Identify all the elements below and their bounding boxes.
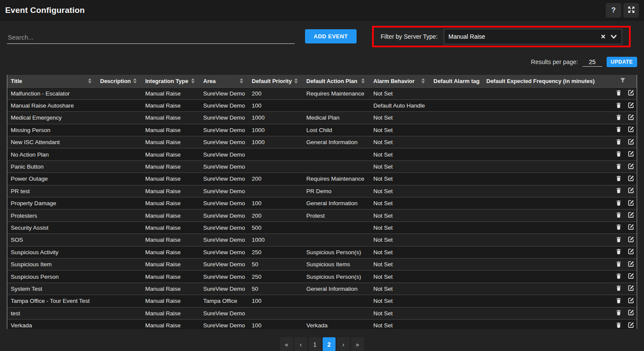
table-row[interactable]: Missing Person Manual Raise SureView Dem… <box>7 124 637 136</box>
pagination-prev-button[interactable]: ‹ <box>294 337 307 351</box>
table-row[interactable]: Power Outage Manual Raise SureView Demo … <box>7 173 637 185</box>
delete-trash-icon[interactable] <box>616 273 622 280</box>
table-row[interactable]: Protesters Manual Raise SureView Demo 20… <box>7 209 637 222</box>
sort-icon[interactable] <box>191 78 195 83</box>
table-row[interactable]: No Action Plan Manual Raise SureView Dem… <box>7 148 637 160</box>
cell-actions <box>608 234 637 246</box>
delete-trash-icon[interactable] <box>616 126 622 134</box>
column-header-filter[interactable] <box>608 75 637 87</box>
edit-pencil-icon[interactable] <box>628 139 634 146</box>
edit-pencil-icon[interactable] <box>628 273 634 280</box>
edit-pencil-icon[interactable] <box>628 261 634 268</box>
cell-default-alarm-tag <box>430 160 483 172</box>
edit-pencil-icon[interactable] <box>628 102 634 110</box>
table-row[interactable]: Suspicious Person Manual Raise SureView … <box>7 271 637 283</box>
chevron-down-icon[interactable] <box>610 34 617 40</box>
table-row[interactable]: SOS Manual Raise SureView Demo 1000 Not … <box>7 234 637 246</box>
edit-pencil-icon[interactable] <box>628 163 634 171</box>
column-header-area[interactable]: Area <box>200 75 248 87</box>
delete-trash-icon[interactable] <box>616 212 622 219</box>
edit-pencil-icon[interactable] <box>628 212 634 219</box>
search-input[interactable] <box>7 31 295 44</box>
results-per-page-input[interactable] <box>583 58 602 67</box>
sort-icon[interactable] <box>133 78 137 83</box>
server-type-select[interactable]: Manual Raise <box>444 29 622 44</box>
edit-pencil-icon[interactable] <box>628 248 634 256</box>
pagination-last-button[interactable]: » <box>351 337 364 351</box>
fullscreen-button[interactable] <box>623 3 639 18</box>
sort-icon[interactable] <box>421 78 425 83</box>
delete-trash-icon[interactable] <box>616 187 622 195</box>
table-row[interactable]: PR test Manual Raise SureView Demo PR De… <box>7 185 637 197</box>
add-event-button[interactable]: ADD EVENT <box>305 29 357 43</box>
edit-pencil-icon[interactable] <box>628 151 634 158</box>
delete-trash-icon[interactable] <box>616 151 622 158</box>
table-row[interactable]: Suspicious Item Manual Raise SureView De… <box>7 258 637 270</box>
table-row[interactable]: New ISC Attendant Manual Raise SureView … <box>7 136 637 148</box>
delete-trash-icon[interactable] <box>616 114 622 122</box>
delete-trash-icon[interactable] <box>616 163 622 171</box>
column-header-description[interactable]: Description <box>97 75 142 87</box>
update-button[interactable]: UPDATE <box>607 57 637 67</box>
edit-pencil-icon[interactable] <box>628 89 634 97</box>
help-button[interactable]: ? <box>606 3 621 18</box>
delete-trash-icon[interactable] <box>616 236 622 244</box>
cell-default-action-plan: Protest <box>303 209 370 222</box>
table-row[interactable]: Suspicious Activity Manual Raise SureVie… <box>7 246 637 258</box>
edit-pencil-icon[interactable] <box>628 236 634 244</box>
edit-pencil-icon[interactable] <box>628 309 634 317</box>
cell-description <box>97 112 142 124</box>
delete-trash-icon[interactable] <box>616 139 622 146</box>
search-wrap <box>7 31 295 44</box>
delete-trash-icon[interactable] <box>616 322 622 329</box>
table-row[interactable]: System Test Manual Raise SureView Demo 5… <box>7 283 637 295</box>
column-header-default-action-plan[interactable]: Default Action Plan <box>303 75 370 87</box>
pagination-first-button[interactable]: « <box>280 337 293 351</box>
filter-funnel-icon[interactable] <box>620 78 626 85</box>
delete-trash-icon[interactable] <box>616 102 622 110</box>
column-header-title[interactable]: Title <box>7 75 97 87</box>
column-header-default-priority[interactable]: Default Priority <box>248 75 303 87</box>
table-row[interactable]: Medical Emergency Manual Raise SureView … <box>7 112 637 124</box>
delete-trash-icon[interactable] <box>616 309 622 317</box>
edit-pencil-icon[interactable] <box>628 285 634 292</box>
cell-description <box>97 99 142 111</box>
column-header-integration-type[interactable]: Integration Type <box>142 75 200 87</box>
clear-x-icon[interactable] <box>600 34 606 40</box>
delete-trash-icon[interactable] <box>616 248 622 256</box>
table-row[interactable]: Malfunction - Escalator Manual Raise Sur… <box>7 87 637 99</box>
sort-icon[interactable] <box>294 78 298 83</box>
delete-trash-icon[interactable] <box>616 224 622 231</box>
edit-pencil-icon[interactable] <box>628 187 634 195</box>
column-header-alarm-behavior[interactable]: Alarm Behavior <box>370 75 430 87</box>
edit-pencil-icon[interactable] <box>628 126 634 134</box>
sort-icon[interactable] <box>88 78 92 83</box>
table-row[interactable]: Verkada Manual Raise SureView Demo 100 V… <box>7 319 637 329</box>
table-row[interactable]: Panic Button Manual Raise SureView Demo … <box>7 160 637 172</box>
table-row[interactable]: Tampa Office - Tour Event Test Manual Ra… <box>7 295 637 307</box>
delete-trash-icon[interactable] <box>616 285 622 292</box>
table-row[interactable]: Manual Raise Autoshare Manual Raise Sure… <box>7 99 637 111</box>
pagination-next-button[interactable]: › <box>337 337 350 351</box>
table-row[interactable]: test Manual Raise SureView Demo Not Set <box>7 307 637 319</box>
delete-trash-icon[interactable] <box>616 297 622 305</box>
delete-trash-icon[interactable] <box>616 261 622 268</box>
table-row[interactable]: Property Damage Manual Raise SureView De… <box>7 197 637 209</box>
sort-icon[interactable] <box>361 78 365 83</box>
delete-trash-icon[interactable] <box>616 200 622 207</box>
delete-trash-icon[interactable] <box>616 89 622 97</box>
edit-pencil-icon[interactable] <box>628 297 634 305</box>
sort-icon[interactable] <box>240 78 243 83</box>
delete-trash-icon[interactable] <box>616 175 622 183</box>
edit-pencil-icon[interactable] <box>628 224 634 231</box>
edit-pencil-icon[interactable] <box>628 322 634 329</box>
cell-description <box>97 295 142 307</box>
cell-default-priority: 1000 <box>248 124 303 136</box>
edit-pencil-icon[interactable] <box>628 175 634 183</box>
cell-integration-type: Manual Raise <box>142 160 200 172</box>
edit-pencil-icon[interactable] <box>628 200 634 207</box>
edit-pencil-icon[interactable] <box>628 114 634 122</box>
pagination-page-1-button[interactable]: 1 <box>308 337 321 351</box>
pagination-page-2-button[interactable]: 2 <box>323 337 336 351</box>
table-row[interactable]: Security Assist Manual Raise SureView De… <box>7 222 637 234</box>
